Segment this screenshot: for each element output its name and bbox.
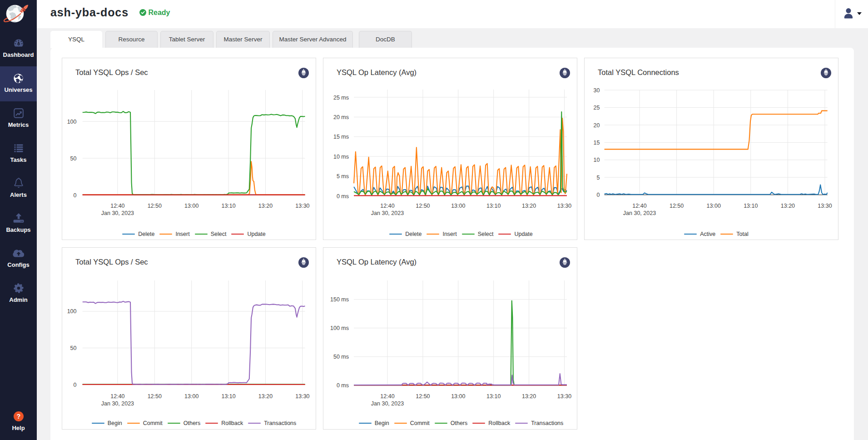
svg-text:150 ms: 150 ms	[330, 296, 349, 303]
svg-text:Jan 30, 2023: Jan 30, 2023	[623, 210, 656, 216]
svg-text:15 ms: 15 ms	[333, 134, 349, 140]
svg-text:12:50: 12:50	[148, 393, 162, 400]
svg-text:12:40: 12:40	[110, 203, 124, 209]
svg-text:30: 30	[594, 87, 600, 94]
svg-text:13:20: 13:20	[522, 393, 536, 400]
svg-text:50: 50	[70, 155, 77, 162]
svg-text:25: 25	[594, 105, 600, 111]
svg-text:12:50: 12:50	[416, 393, 430, 400]
svg-text:13:10: 13:10	[486, 393, 501, 400]
svg-text:13:00: 13:00	[707, 203, 721, 209]
svg-text:Jan 30, 2023: Jan 30, 2023	[371, 400, 404, 407]
svg-text:13:10: 13:10	[221, 393, 235, 400]
svg-text:13:20: 13:20	[258, 203, 273, 209]
svg-text:50: 50	[70, 345, 77, 351]
svg-text:100: 100	[67, 308, 77, 315]
svg-text:13:00: 13:00	[184, 393, 198, 400]
svg-text:?: ?	[16, 413, 20, 420]
svg-text:Jan 30, 2023: Jan 30, 2023	[101, 400, 134, 407]
svg-text:12:40: 12:40	[380, 203, 394, 209]
svg-text:20: 20	[594, 122, 600, 129]
svg-text:13:10: 13:10	[744, 203, 758, 209]
svg-text:12:50: 12:50	[416, 203, 430, 209]
svg-text:12:50: 12:50	[670, 203, 684, 209]
svg-text:100 ms: 100 ms	[330, 325, 349, 331]
svg-text:50 ms: 50 ms	[333, 354, 349, 360]
svg-text:100: 100	[67, 119, 77, 125]
svg-text:13:30: 13:30	[557, 203, 571, 209]
svg-text:13:00: 13:00	[451, 393, 465, 400]
svg-text:5: 5	[597, 175, 600, 181]
svg-text:20 ms: 20 ms	[333, 114, 349, 120]
svg-text:10 ms: 10 ms	[333, 154, 349, 160]
svg-text:13:30: 13:30	[557, 393, 571, 400]
svg-text:10: 10	[594, 157, 600, 163]
svg-text:13:00: 13:00	[451, 203, 465, 209]
svg-text:13:10: 13:10	[486, 203, 501, 209]
svg-text:0 ms: 0 ms	[337, 382, 349, 389]
svg-text:12:40: 12:40	[110, 393, 124, 400]
svg-text:13:30: 13:30	[295, 393, 309, 400]
svg-text:12:40: 12:40	[380, 393, 394, 400]
svg-text:13:20: 13:20	[781, 203, 795, 209]
svg-text:12:40: 12:40	[632, 203, 646, 209]
svg-text:Jan 30, 2023: Jan 30, 2023	[371, 210, 404, 216]
svg-text:13:30: 13:30	[818, 203, 832, 209]
svg-text:0: 0	[597, 192, 600, 198]
svg-text:0: 0	[74, 382, 77, 388]
svg-text:0 ms: 0 ms	[337, 193, 349, 200]
svg-text:13:20: 13:20	[258, 393, 273, 400]
svg-text:12:50: 12:50	[148, 203, 162, 209]
svg-text:5 ms: 5 ms	[337, 173, 349, 180]
svg-text:25 ms: 25 ms	[333, 95, 349, 101]
svg-text:Jan 30, 2023: Jan 30, 2023	[101, 210, 134, 216]
svg-text:13:20: 13:20	[522, 203, 536, 209]
svg-text:13:30: 13:30	[295, 203, 309, 209]
svg-text:13:00: 13:00	[184, 203, 198, 209]
svg-text:0: 0	[74, 192, 77, 199]
svg-text:15: 15	[594, 140, 600, 146]
svg-text:13:10: 13:10	[221, 203, 235, 209]
